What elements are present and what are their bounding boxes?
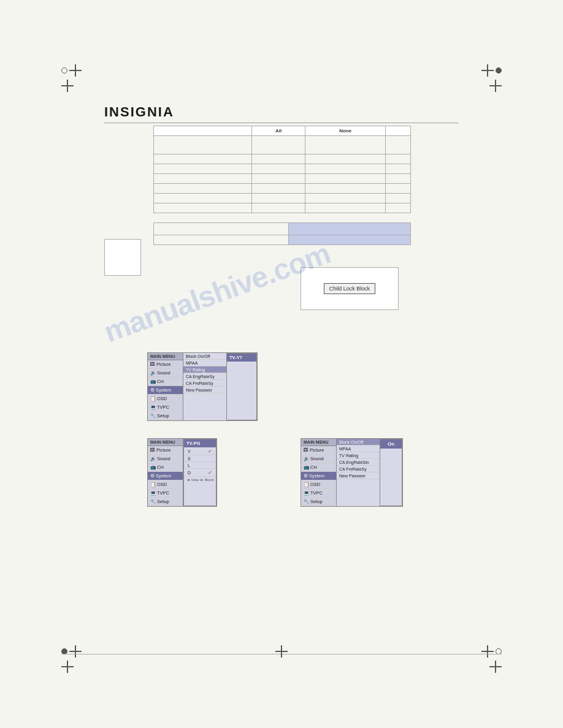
on-badge-panel: On [380,439,402,506]
menu-right-item[interactable]: MPAA [183,360,226,366]
sub-panel-title: TV-Y7 [227,354,256,362]
tvpg-item-v[interactable]: V ✓ [184,447,216,455]
corner-marker-bl [61,645,82,673]
item-label: L [188,463,190,468]
menu-right-item-selected[interactable]: TV Rating [183,366,226,373]
table-cell [386,154,411,164]
table-row [154,184,411,194]
menu-item-picture-3[interactable]: 🖼Picture [301,446,336,455]
table-row [154,235,411,245]
menu-right-item[interactable]: Block On/Off [183,353,226,360]
menu-right-item-tvrating[interactable]: TV Rating [337,452,380,459]
table-cell [154,194,252,203]
menu-item-osd-2[interactable]: 📋OSD [148,480,183,489]
cross-icon-bl2 [61,661,74,673]
osd-icon: 📋 [150,396,156,401]
menu-item-ch-2[interactable]: 📺CH [148,463,183,472]
item-label: V [188,449,191,453]
table-row [154,223,411,235]
menu-right-1: Block On/Off MPAA TV Rating CA EngRateSy… [183,353,226,420]
check-d: ✓ [208,470,212,476]
table-cell [252,154,305,164]
child-lock-block-button[interactable]: Child Lock Block [324,283,376,294]
menu-item-tvpc-3[interactable]: 💻TVPC [301,489,336,498]
menu-item-picture-2[interactable]: 🖼Picture [148,446,183,455]
cross-icon-tr2 [489,80,502,92]
cross-icon-br2 [489,661,502,673]
tvpc-icon: 💻 [150,404,156,410]
table-cell [154,203,252,213]
menu-item-sound-3[interactable]: 🔊Sound [301,455,336,463]
menu-screenshot-2: MAIN MENU 🖼Picture 🔊Sound 📺CH ⚙System 📋O… [147,435,217,507]
table-cell [305,194,386,203]
menu-item-osd-3[interactable]: 📋OSD [301,480,336,489]
main-menu-2: MAIN MENU 🖼Picture 🔊Sound 📺CH ⚙System 📋O… [147,438,217,507]
table-cell [305,203,386,213]
menu-item-system-3[interactable]: ⚙System [301,472,336,480]
sound-icon-2: 🔊 [150,456,156,461]
menu-right-item-caeng[interactable]: CA EngRateSin [337,459,380,466]
menu-item-setup-2[interactable]: 🔧Setup [148,498,183,506]
table-cell [386,203,411,213]
child-lock-block-container: Child Lock Block [301,267,399,310]
table-cell [154,154,252,164]
sub-panel-tvpg: TV-PG V ✓ S L D ✓ ◄ View ► Block [183,439,216,506]
menu-right-item[interactable]: CA EngRateSy [183,373,226,380]
small-table [153,222,411,245]
sound-icon-3: 🔊 [304,456,309,461]
menu-item-setup-3[interactable]: 🔧Setup [301,498,336,506]
menu-item-osd-1[interactable]: 📋OSD [148,395,183,403]
table-cell [252,136,305,154]
menu-right-item-newpass[interactable]: New Passwor [337,472,380,479]
setup-icon: 🔧 [150,413,156,419]
table-cell-blue [289,235,411,245]
corner-marker-tr [481,64,502,92]
circle-icon [61,67,67,74]
osd-icon-3: 📋 [304,482,309,487]
menu-right-item[interactable]: New Passwor [183,387,226,393]
table-cell [252,194,305,203]
menu-item-tvpc-2[interactable]: 💻TVPC [148,489,183,498]
tvpg-item-d[interactable]: D ✓ [184,469,216,477]
tvpg-title: TV-PG [184,439,216,447]
menu-item-system-2[interactable]: ⚙System [148,472,183,480]
brand-header: INSIGNIA [104,104,459,123]
menu-item-system-1[interactable]: ⚙System [148,386,183,395]
sound-icon: 🔊 [150,370,156,376]
tvpg-item-s[interactable]: S [184,455,216,462]
table-cell [386,194,411,203]
tvpc-icon-3: 💻 [304,490,309,496]
menu-right-item-blockonoff[interactable]: Block On/Off [337,439,380,446]
menu-item-ch-3[interactable]: 📺CH [301,463,336,472]
table-row [154,174,411,184]
rating-table-container: All None [153,126,411,251]
picture-icon-2: 🖼 [150,447,155,453]
table-cell [305,154,386,164]
system-icon-2: ⚙ [150,473,155,479]
table-cell [386,126,411,136]
menu-item-setup-1[interactable]: 🔧Setup [148,412,183,420]
table-header-row: All None [154,126,411,136]
menu-right-item-mpaa[interactable]: MPAA [337,446,380,452]
osd-icon-2: 📋 [150,482,156,487]
ch-icon-3: 📺 [304,464,309,470]
menu-item-picture-1[interactable]: 🖼Picture [148,360,183,369]
tvpc-icon-2: 💻 [150,490,156,496]
table-cell [154,223,289,235]
setup-icon-2: 🔧 [150,499,156,504]
system-icon: ⚙ [150,387,155,393]
menu-item-sound-2[interactable]: 🔊Sound [148,455,183,463]
menu-right-item-cafre[interactable]: CA FreRateSy [337,466,380,472]
table-row [154,194,411,203]
cross-icon-tr [481,64,494,77]
menu-right-item[interactable]: CA FreRateSy [183,380,226,387]
tvpg-item-l[interactable]: L [184,462,216,469]
menu-item-ch-1[interactable]: 📺CH [148,377,183,386]
table-cell [305,164,386,174]
menu-item-tvpc-1[interactable]: 💻TVPC [148,403,183,412]
ch-icon-2: 📺 [150,464,156,470]
menu-title-1: MAIN MENU [148,353,183,360]
menu-item-sound-1[interactable]: 🔊Sound [148,369,183,377]
on-badge: On [380,439,402,449]
cross-icon-br [481,645,494,658]
